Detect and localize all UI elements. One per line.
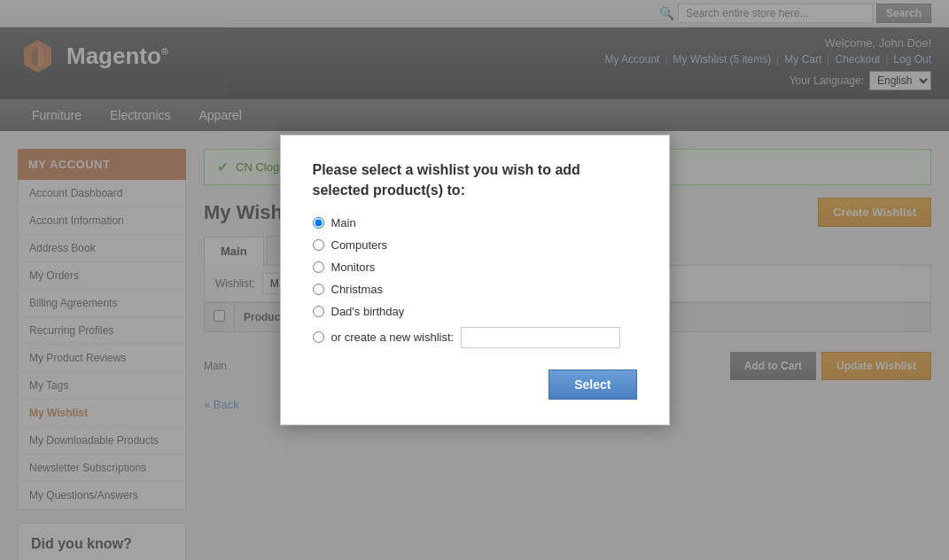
option-label-computers: Computers xyxy=(331,238,388,252)
modal-option-new-wishlist[interactable]: or create a new wishlist: xyxy=(313,327,637,348)
new-wishlist-name-input[interactable] xyxy=(461,327,620,348)
modal-box: Please select a wishlist you wish to add… xyxy=(280,135,670,425)
option-label-new-wishlist: or create a new wishlist: xyxy=(331,331,455,344)
modal-option-main[interactable]: Main xyxy=(313,216,637,229)
radio-monitors[interactable] xyxy=(313,261,324,273)
radio-dads-birthday[interactable] xyxy=(313,306,324,317)
radio-computers[interactable] xyxy=(313,239,324,251)
option-label-dads-birthday: Dad's birthday xyxy=(331,305,405,318)
modal-title: Please select a wishlist you wish to add… xyxy=(313,160,637,200)
option-label-main: Main xyxy=(331,216,356,229)
modal-option-computers[interactable]: Computers xyxy=(313,238,637,252)
modal-option-christmas[interactable]: Christmas xyxy=(313,283,637,296)
option-label-monitors: Monitors xyxy=(331,261,376,274)
modal-select-button[interactable]: Select xyxy=(548,369,636,400)
option-label-christmas: Christmas xyxy=(331,283,384,296)
modal-option-dads-birthday[interactable]: Dad's birthday xyxy=(313,305,637,318)
modal-footer: Select xyxy=(313,369,637,400)
modal-options: Main Computers Monitors Christmas Dad's … xyxy=(313,216,637,348)
radio-christmas[interactable] xyxy=(313,284,324,295)
radio-main[interactable] xyxy=(313,217,324,229)
radio-new-wishlist[interactable] xyxy=(313,331,324,343)
modal-overlay: Please select a wishlist you wish to add… xyxy=(0,0,949,560)
modal-option-monitors[interactable]: Monitors xyxy=(313,261,637,274)
